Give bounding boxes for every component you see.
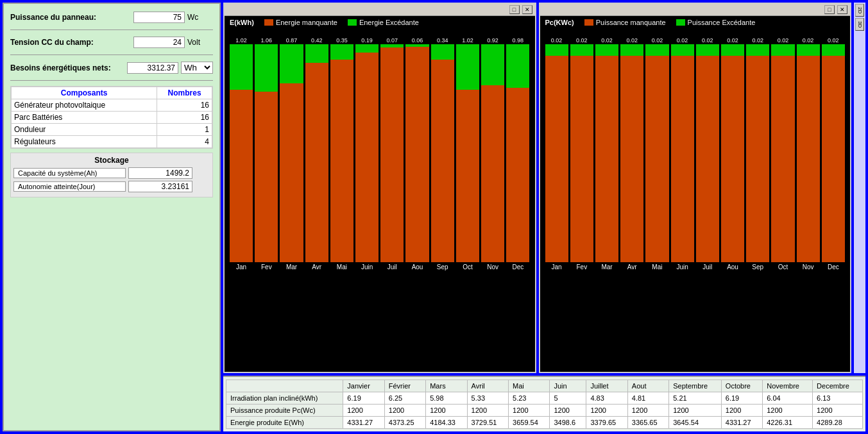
bar-orange <box>355 53 379 262</box>
bottom-table-header: Juillet <box>586 380 627 392</box>
bar-orange <box>305 63 328 262</box>
table-cell: 1200 <box>586 405 627 417</box>
chart2-close-btn[interactable]: ✕ <box>837 5 847 14</box>
bar-orange <box>671 56 694 262</box>
chart1-bar-group: 1.02 <box>456 37 479 262</box>
chart2-bar-group: 0.02 <box>545 37 568 262</box>
chart2-month-label: Oct <box>771 263 794 271</box>
chart1-controls: □ ✕ <box>509 5 532 14</box>
bar-value-label: 0.02 <box>778 37 789 44</box>
left-panel: Puissance du panneau: 75 Wc Tension CC d… <box>3 3 221 431</box>
bar-value-label: 1.02 <box>462 37 473 44</box>
tension-value: 24 <box>133 37 185 48</box>
bar-green <box>671 44 694 56</box>
component-name: Parc Battéries <box>12 112 157 124</box>
bar-orange <box>645 56 668 262</box>
bottom-table-header: Decembre <box>813 380 863 392</box>
capacite-label: Capacité du système(Ah) <box>13 168 126 178</box>
bottom-table-header: Avril <box>467 380 508 392</box>
chart1-titlebar: □ ✕ <box>225 4 535 16</box>
chart1-month-label: Oct <box>456 263 479 271</box>
chart1-legend1: Energie manquante <box>264 19 337 26</box>
table-cell: 4.83 <box>586 392 627 405</box>
bar-green <box>746 44 769 56</box>
table-cell: 5 <box>550 392 586 405</box>
besoins-unit-select[interactable]: Wh kWh <box>181 62 213 74</box>
bar-value-label: 0.42 <box>311 37 323 44</box>
bar-value-label: 0.07 <box>387 37 398 44</box>
chart1-bar-group: 0.98 <box>506 37 529 262</box>
table-row: Régulateurs 4 <box>12 136 212 148</box>
besoins-row: Besoins énergétiques nets: 3312.37 Wh kW… <box>10 60 213 75</box>
puissance-row: Puissance du panneau: 75 Wc <box>10 10 213 24</box>
chart2-legend2: Puissance Excédante <box>676 19 756 26</box>
table-cell: 1200 <box>813 405 863 417</box>
chart2-title: Pc(KWc) <box>545 19 574 26</box>
capacite-value: 1499.2 <box>128 167 192 179</box>
bar-value-label: 0.02 <box>727 37 738 44</box>
chart2-month-label: Juin <box>671 263 694 271</box>
table-cell: 5.21 <box>669 392 722 405</box>
chart1-legend1-color <box>264 19 273 26</box>
chart1-month-label: Dec <box>506 263 529 271</box>
chart1-legend2-label: Energie Excédante <box>359 19 419 26</box>
chart1-month-label: Mar <box>280 263 303 271</box>
tension-row: Tension CC du champ: 24 Volt <box>10 35 213 49</box>
bar-green <box>355 44 379 53</box>
bar-value-label: 1.02 <box>235 37 247 44</box>
bar-value-label: 0.34 <box>437 37 448 44</box>
table-cell: 1200 <box>763 405 813 417</box>
chart1-close-btn[interactable]: ✕ <box>522 5 532 14</box>
chart2-bar-group: 0.02 <box>645 37 668 262</box>
sidebar-2d-btn[interactable]: 2D <box>855 4 864 17</box>
capacite-row: Capacité du système(Ah) 1499.2 <box>13 167 210 179</box>
bar-value-label: 0.92 <box>487 37 498 44</box>
bar-green <box>305 44 328 63</box>
sidebar-3d-btn[interactable]: 3D <box>855 18 864 31</box>
stockage-title: Stockage <box>13 156 210 165</box>
chart1-bar-group: 0.19 <box>355 37 379 262</box>
component-name: Régulateurs <box>12 136 157 148</box>
bottom-table-header: Aout <box>627 380 668 392</box>
chart2-bar-group: 0.02 <box>570 37 593 262</box>
component-name: Générateur photovoltaique <box>12 99 157 112</box>
right-sidebar: 2D 3D <box>854 3 865 373</box>
table-cell: 1200 <box>550 405 586 417</box>
chart1-panel: □ ✕ E(kWh) Energie manquante Energie Exc… <box>223 3 536 373</box>
col-composants: Composants <box>12 87 157 99</box>
chart2-month-label: Mai <box>645 263 668 271</box>
bar-green <box>645 44 668 56</box>
table-row: Energie produite E(Wh)4331.274373.254184… <box>226 417 863 429</box>
bar-orange <box>330 60 353 262</box>
bar-orange <box>380 47 404 262</box>
component-name: Onduleur <box>12 124 157 136</box>
chart2-minimize-btn[interactable]: □ <box>824 5 835 14</box>
chart2-month-label: Aou <box>721 263 744 271</box>
bar-orange <box>405 47 429 262</box>
chart1-minimize-btn[interactable]: □ <box>509 5 520 14</box>
chart2-bar-group: 0.02 <box>595 37 618 262</box>
chart1-bar-group: 0.35 <box>330 37 353 262</box>
component-value: 1 <box>157 124 212 136</box>
table-cell: 1200 <box>384 405 425 417</box>
table-cell: 4289.28 <box>813 417 863 429</box>
col-nombres: Nombres <box>157 87 212 99</box>
bottom-table-header: Juin <box>550 380 586 392</box>
chart1-canvas: 1.021.060.870.420.350.190.070.060.341.02… <box>225 29 535 372</box>
bar-value-label: 0.02 <box>752 37 763 44</box>
chart2-month-label: Nov <box>797 263 820 271</box>
puissance-unit: Wc <box>187 13 213 22</box>
bottom-table-header: Janvier <box>343 380 384 392</box>
bar-orange <box>620 56 643 262</box>
chart1-legend2-color <box>348 19 357 26</box>
chart1-month-label: Jan <box>230 263 253 271</box>
bar-green <box>280 44 303 83</box>
bar-value-label: 0.02 <box>551 37 563 44</box>
chart2-bar-group: 0.02 <box>797 37 820 262</box>
table-row: Parc Battéries 16 <box>12 112 212 124</box>
bar-green <box>620 44 643 56</box>
bar-green <box>545 44 568 56</box>
bottom-table-header: Mai <box>509 380 550 392</box>
bar-orange <box>797 56 820 262</box>
chart2-legend1: Puissance manquante <box>584 19 666 26</box>
